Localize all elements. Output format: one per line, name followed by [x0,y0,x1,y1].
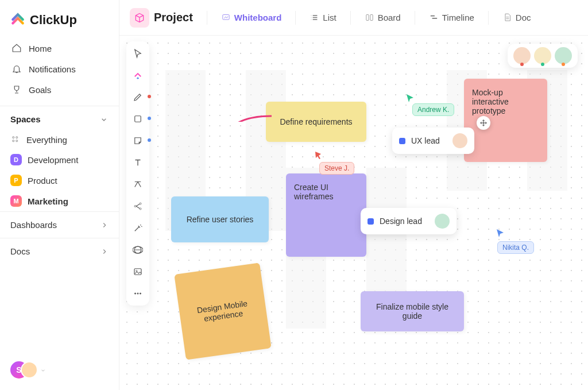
collaborator-presence[interactable] [508,44,578,68]
svg-point-8 [134,206,136,207]
sidebar: ClickUp Home Notifications Goals Spaces … [0,0,119,390]
task-design-lead[interactable]: Design lead [361,208,457,234]
status-square [368,218,374,225]
cursor-andrew-label: Andrew K. [412,103,454,116]
collab-avatar[interactable] [534,47,551,64]
nav-home[interactable]: Home [8,38,111,59]
tool-connector[interactable] [131,178,144,191]
nav-goals[interactable]: Goals [8,79,111,100]
cursor-steve-icon [314,150,323,160]
spaces-label: Spaces [10,114,41,124]
tool-more[interactable] [131,287,144,300]
tool-clickup[interactable] [131,69,144,82]
tool-image[interactable] [131,265,144,278]
whiteboard-icon [221,13,231,22]
tool-shape[interactable] [131,113,144,125]
cursor-nikita-label: Nikita Q. [497,241,534,254]
svg-point-10 [140,208,141,210]
move-icon [479,119,488,127]
tool-text[interactable] [131,156,144,169]
view-doc[interactable]: Doc [497,9,537,26]
nav-docs[interactable]: Docs [0,238,119,264]
cursor-steve-label: Steve J. [319,162,354,175]
space-marketing[interactable]: M Marketing [0,191,119,211]
svg-point-0 [13,137,14,138]
space-product-label: Product [28,176,57,186]
space-product[interactable]: P Product [0,170,119,191]
space-development-label: Development [28,155,78,165]
chevron-right-icon [100,248,109,256]
space-development[interactable]: D Development [0,149,119,170]
view-board-label: Board [378,13,401,22]
clickup-logo-icon [10,13,25,28]
spaces-header[interactable]: Spaces [0,106,119,130]
cube-icon [134,12,145,24]
view-whiteboard-label: Whiteboard [234,13,282,22]
nav-home-label: Home [29,44,52,53]
nav-dashboards-label: Dashboards [10,220,57,230]
whiteboard-canvas[interactable]: Define requirements Refine user stories … [119,36,588,390]
project-title: Project [154,11,193,24]
assignee-avatar[interactable] [452,133,467,148]
svg-point-1 [16,137,18,138]
view-list-label: List [323,13,336,22]
note-finalize-style-guide[interactable]: Finalize mobile style guide [361,291,464,331]
timeline-icon [429,13,439,22]
view-whiteboard[interactable]: Whiteboard [215,9,288,26]
svg-point-2 [13,140,14,142]
brand-logo[interactable]: ClickUp [0,0,119,38]
note-define-requirements[interactable]: Define requirements [266,102,366,142]
space-badge-m: M [10,195,22,207]
nav-goals-label: Goals [29,85,51,95]
status-square [399,138,405,144]
view-timeline[interactable]: Timeline [423,9,480,26]
home-icon [11,43,22,53]
tool-web[interactable] [131,244,144,256]
assignee-avatar[interactable] [435,214,450,229]
doc-icon [502,13,512,22]
board-icon [365,13,374,22]
note-design-mobile[interactable]: Design Mobile experience [174,262,271,360]
nav-notifications[interactable]: Notifications [8,59,111,79]
user-switcher[interactable]: S [0,351,119,390]
cursor-nikita-icon [496,228,505,237]
view-list[interactable]: List [304,9,342,26]
tool-relations[interactable] [131,200,144,213]
move-handle[interactable] [477,116,490,130]
tool-sticky[interactable] [131,134,144,147]
space-everything[interactable]: Everything [0,130,119,149]
project-icon[interactable] [130,8,149,28]
space-marketing-label: Marketing [28,196,68,206]
list-icon [310,13,319,22]
svg-point-9 [140,203,141,204]
space-badge-p: P [10,175,22,186]
avatar-stack: S [10,361,37,380]
svg-point-14 [134,293,136,294]
nav-notifications-label: Notifications [29,64,76,74]
svg-rect-7 [135,116,141,122]
svg-point-16 [140,293,141,294]
tool-select[interactable] [131,47,144,60]
topbar: Project Whiteboard List Board Timeline [119,0,588,36]
tool-pen[interactable] [131,91,144,103]
chevron-right-icon [100,221,109,229]
everything-icon [10,134,21,145]
space-badge-d: D [10,154,22,165]
task-design-lead-label: Design lead [380,217,422,226]
svg-point-15 [137,293,138,294]
task-ux-lead[interactable]: UX lead [392,128,474,154]
nav-dashboards[interactable]: Dashboards [0,211,119,238]
bell-icon [11,64,22,74]
collab-avatar[interactable] [555,47,572,64]
collab-avatar[interactable] [513,47,531,64]
view-doc-label: Doc [516,13,531,22]
view-board[interactable]: Board [359,9,407,26]
svg-rect-5 [366,15,368,21]
note-create-wireframes[interactable]: Create UI wireframes [286,173,366,257]
nav-docs-label: Docs [10,246,30,256]
brand-name: ClickUp [30,13,77,28]
svg-rect-12 [134,269,141,275]
whiteboard-toolbar [126,41,149,306]
note-refine-user-stories[interactable]: Refine user stories [171,196,269,242]
tool-magic[interactable] [131,222,144,234]
